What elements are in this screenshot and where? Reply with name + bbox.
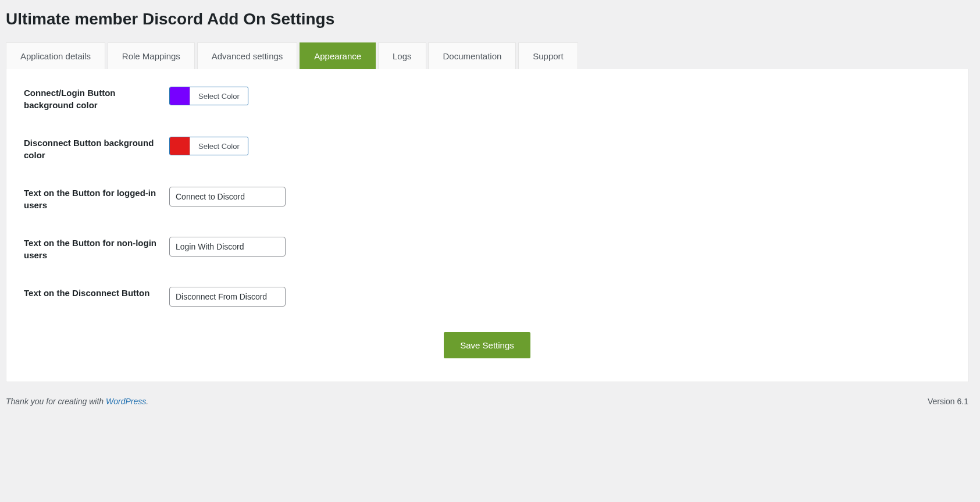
footer-version: Version 6.1 [928, 397, 968, 406]
tab-documentation[interactable]: Documentation [428, 42, 516, 69]
footer-thank-you-prefix: Thank you for creating with [6, 397, 106, 406]
label-text-logged-in: Text on the Button for logged-in users [24, 187, 169, 211]
row-disconnect-bg-color: Disconnect Button background color Selec… [24, 137, 950, 161]
color-swatch-connect[interactable] [170, 87, 190, 105]
color-picker-connect[interactable]: Select Color [169, 87, 248, 105]
tab-application-details[interactable]: Application details [6, 42, 105, 69]
select-color-connect-button[interactable]: Select Color [190, 87, 248, 105]
footer: Thank you for creating with WordPress. V… [0, 382, 980, 412]
footer-thank-you: Thank you for creating with WordPress. [6, 397, 148, 406]
tab-advanced-settings[interactable]: Advanced settings [197, 42, 298, 69]
tab-role-mappings[interactable]: Role Mappings [108, 42, 195, 69]
tab-logs[interactable]: Logs [378, 42, 426, 69]
color-swatch-disconnect[interactable] [170, 137, 190, 155]
submit-row: Save Settings [24, 332, 950, 358]
label-text-disconnect: Text on the Disconnect Button [24, 287, 169, 299]
tab-nav: Application details Role Mappings Advanc… [6, 42, 968, 69]
input-text-disconnect[interactable] [169, 287, 286, 307]
footer-wordpress-link[interactable]: WordPress [106, 397, 146, 406]
row-text-non-login: Text on the Button for non-login users [24, 237, 950, 261]
row-connect-bg-color: Connect/Login Button background color Se… [24, 87, 950, 111]
label-text-non-login: Text on the Button for non-login users [24, 237, 169, 261]
row-text-disconnect: Text on the Disconnect Button [24, 287, 950, 307]
label-connect-bg-color: Connect/Login Button background color [24, 87, 169, 111]
select-color-disconnect-button[interactable]: Select Color [190, 137, 248, 155]
save-settings-button[interactable]: Save Settings [444, 332, 530, 358]
input-text-non-login[interactable] [169, 237, 286, 257]
input-text-logged-in[interactable] [169, 187, 286, 207]
row-text-logged-in: Text on the Button for logged-in users [24, 187, 950, 211]
label-disconnect-bg-color: Disconnect Button background color [24, 137, 169, 161]
tab-support[interactable]: Support [518, 42, 578, 69]
appearance-panel: Connect/Login Button background color Se… [6, 69, 968, 382]
color-picker-disconnect[interactable]: Select Color [169, 137, 248, 155]
footer-suffix: . [146, 397, 148, 406]
tab-appearance[interactable]: Appearance [300, 42, 376, 69]
page-title: Ultimate member Discord Add On Settings [6, 5, 968, 31]
